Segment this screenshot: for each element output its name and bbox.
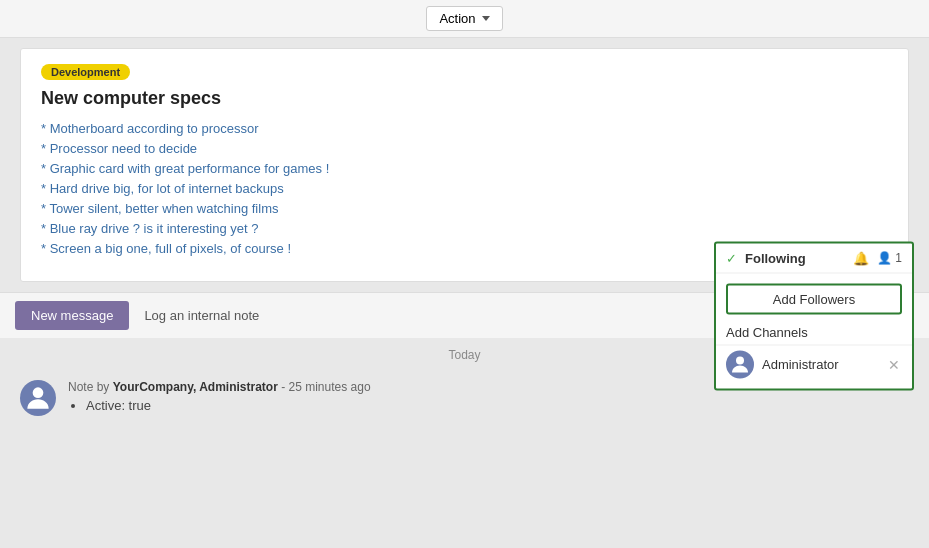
entry-author: YourCompany, Administrator	[113, 380, 278, 394]
record-item: * Hard drive big, for lot of internet ba…	[41, 181, 888, 196]
entry-body-text: Active: true	[86, 398, 909, 413]
record-body: * Motherboard according to processor* Pr…	[41, 121, 888, 256]
follower-avatar	[726, 350, 754, 378]
action-button[interactable]: Action	[426, 6, 502, 31]
tag-badge: Development	[41, 64, 130, 80]
record-item: * Tower silent, better when watching fil…	[41, 201, 888, 216]
remove-follower-button[interactable]: ✕	[886, 354, 902, 374]
follower-count: 1	[895, 251, 902, 265]
add-followers-button[interactable]: Add Followers	[726, 283, 902, 314]
following-dropdown: ✓ Following 🔔 👤 1 Add Followers Add Chan…	[714, 241, 914, 390]
new-message-button[interactable]: New message	[15, 301, 129, 330]
follower-name: Administrator	[762, 357, 878, 372]
entry-body: Active: true	[68, 398, 909, 413]
add-channels-button[interactable]: Add Channels	[716, 319, 912, 344]
check-icon: ✓	[726, 250, 737, 265]
record-title: New computer specs	[41, 88, 888, 109]
person-icon: 👤	[877, 251, 892, 265]
follower-item: Administrator ✕	[716, 344, 912, 383]
following-body: Add Followers Add Channels Administrator…	[716, 273, 912, 388]
record-item: * Graphic card with great performance fo…	[41, 161, 888, 176]
action-label: Action	[439, 11, 475, 26]
action-caret-icon	[482, 16, 490, 21]
following-label: Following	[745, 250, 845, 265]
bell-icon: 🔔	[853, 250, 869, 265]
svg-point-1	[33, 387, 44, 398]
following-count: 👤 1	[877, 251, 902, 265]
entry-prefix: Note by	[68, 380, 109, 394]
record-item: * Blue ray drive ? is it interesting yet…	[41, 221, 888, 236]
svg-point-0	[736, 356, 744, 364]
log-note-button[interactable]: Log an internal note	[139, 303, 264, 328]
entry-time: 25 minutes ago	[289, 380, 371, 394]
following-area: ✓ Following 🔔 👤 1 Add Followers Add Chan…	[714, 241, 914, 390]
entry-avatar	[20, 380, 56, 416]
record-item: * Processor need to decide	[41, 141, 888, 156]
following-header[interactable]: ✓ Following 🔔 👤 1	[716, 243, 912, 273]
record-item: * Motherboard according to processor	[41, 121, 888, 136]
top-bar: Action	[0, 0, 929, 38]
chatter-bar: New message Log an internal note ✓ Follo…	[0, 292, 929, 338]
